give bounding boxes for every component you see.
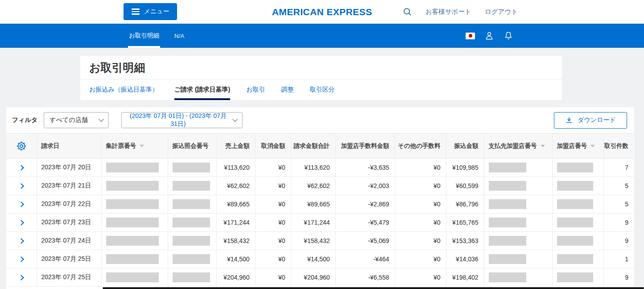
redacted-merchant-number	[557, 236, 593, 246]
redacted-transfer-reference-number	[173, 254, 210, 264]
menu-button-label: メニュー	[144, 8, 169, 16]
tab-bar: お振込み（振込日基準） ご請求 (請求日基準) お取引 調整 取引区分	[80, 79, 562, 100]
cell-sales-amount: ¥62,602	[216, 177, 255, 195]
cell-transaction-count: 9	[603, 232, 634, 250]
col-transaction-count: 取引件数	[603, 134, 634, 159]
cell-sales-amount: ¥14,500	[216, 250, 255, 268]
chevron-right-icon	[18, 165, 24, 171]
page-content: お取引明細 お振込み（振込日基準） ご請求 (請求日基準) お取引 調整 取引区…	[0, 48, 644, 289]
table-row: 2023年 07月 22日 ¥89,665 ¥0 ¥89,665 -¥2,869…	[6, 195, 634, 214]
title-card: お取引明細 お振込み（振込日基準） ご請求 (請求日基準) お取引 調整 取引区…	[80, 56, 562, 100]
cell-sales-amount: ¥204,960	[216, 268, 255, 287]
tab-payments-by-deposit-date[interactable]: お振込み（振込日基準）	[89, 80, 158, 100]
expand-row-button[interactable]	[17, 236, 26, 246]
redacted-payee-merchant-number	[489, 163, 526, 172]
cell-billing-date: 2023年 07月 25日	[37, 250, 101, 268]
redacted-payee-merchant-number	[489, 254, 526, 264]
nav-item-transaction-details[interactable]: お取引明細	[128, 24, 160, 48]
cell-transfer-amount: ¥109,985	[446, 159, 484, 177]
chevron-right-icon	[18, 275, 24, 281]
chevron-right-icon	[18, 238, 24, 244]
tab-label: お取引	[246, 86, 265, 94]
cell-billed-total: ¥14,500	[291, 250, 335, 268]
col-transfer-reference-number: 振込照会番号	[168, 134, 216, 159]
cell-cancel-amount: ¥0	[255, 177, 291, 195]
gear-icon	[16, 141, 27, 151]
logout-link[interactable]: ログアウト	[485, 8, 518, 16]
cell-billing-date: 2023年 07月 23日	[37, 214, 101, 232]
col-cancel-amount: 取消金額	[255, 134, 291, 159]
cell-other-fees: ¥0	[395, 177, 446, 195]
profile-button[interactable]	[484, 31, 494, 41]
cell-other-fees: ¥0	[395, 268, 446, 287]
date-range-dropdown[interactable]: (2023年 07月 01日) - (2023年 07月 31日)	[121, 112, 243, 128]
redacted-payee-merchant-number	[489, 236, 526, 246]
cell-transaction-count: 7	[603, 159, 634, 177]
tab-adjustments[interactable]: 調整	[281, 80, 294, 100]
cell-transfer-amount: ¥14,036	[446, 250, 484, 268]
cell-transaction-count: 9	[603, 214, 634, 232]
notifications-button[interactable]	[504, 31, 513, 41]
col-billing-date: 請求日	[37, 134, 101, 159]
download-button[interactable]: ダウンロード	[554, 112, 627, 129]
cell-cancel-amount: ¥0	[255, 232, 291, 250]
horizontal-scrollbar-thumb[interactable]	[103, 287, 644, 289]
cell-other-fees: ¥0	[395, 214, 446, 232]
col-summary-slip-number[interactable]: 集計票番号	[101, 134, 168, 159]
hamburger-icon	[132, 8, 140, 15]
cell-merchant-fee: -¥2,869	[335, 195, 395, 214]
cell-billed-total: ¥113,620	[291, 159, 335, 177]
filter-label: フィルタ	[12, 116, 37, 124]
cell-transfer-amount: ¥60,599	[446, 177, 484, 195]
redacted-transfer-reference-number	[173, 181, 210, 191]
user-icon	[484, 31, 494, 41]
sort-triangle-icon	[590, 145, 595, 147]
expand-row-button[interactable]	[17, 200, 26, 209]
cell-billed-total: ¥204,960	[291, 268, 335, 287]
expand-row-button[interactable]	[17, 163, 26, 172]
redacted-summary-slip-number	[106, 254, 159, 264]
customer-support-link[interactable]: お客様サポート	[425, 8, 471, 16]
cell-transfer-amount: ¥165,765	[446, 214, 484, 232]
cell-billing-date: 2023年 07月 24日	[37, 232, 101, 250]
expand-row-button[interactable]	[17, 255, 26, 264]
redacted-summary-slip-number	[106, 163, 159, 172]
cell-cancel-amount: ¥0	[255, 195, 291, 214]
expand-row-button[interactable]	[17, 273, 26, 282]
tab-label: 調整	[281, 86, 294, 94]
store-filter-dropdown[interactable]: すべての店舗	[44, 112, 109, 128]
search-icon	[403, 7, 412, 17]
cell-transfer-amount: ¥153,363	[446, 232, 484, 250]
header-right-group: お客様サポート ログアウト	[403, 0, 518, 24]
tab-billing-by-billing-date[interactable]: ご請求 (請求日基準)	[174, 80, 231, 100]
cell-transfer-amount: ¥198,402	[446, 268, 484, 287]
store-filter-value: すべての店舗	[50, 116, 87, 124]
table-header-row: 請求日 集計票番号 振込照会番号 売上金額 取消金額 請求金額合計 加盟店手数料…	[6, 134, 634, 159]
tab-transactions[interactable]: お取引	[246, 80, 265, 100]
redacted-payee-merchant-number	[489, 199, 526, 209]
tab-transaction-category[interactable]: 取引区分	[310, 80, 335, 100]
tab-label: 取引区分	[310, 86, 335, 94]
sort-triangle-icon	[140, 145, 144, 147]
redacted-transfer-reference-number	[173, 199, 210, 209]
menu-button[interactable]: メニュー	[124, 3, 177, 20]
col-payee-merchant-number[interactable]: 支払先加盟店番号	[484, 134, 552, 159]
redacted-payee-merchant-number	[489, 181, 526, 191]
cell-other-fees: ¥0	[395, 250, 446, 268]
cell-billing-date: 2023年 07月 25日	[37, 268, 101, 287]
navbar-right-group	[466, 24, 513, 48]
nav-item-na[interactable]: N/A	[173, 24, 186, 48]
col-merchant-number[interactable]: 加盟店番号	[552, 134, 603, 159]
column-settings-button[interactable]	[6, 141, 37, 151]
cell-transaction-count: 9	[603, 268, 634, 287]
search-button[interactable]	[403, 7, 412, 17]
japan-flag-language-selector[interactable]	[466, 33, 475, 39]
tab-label: お振込み（振込日基準）	[89, 86, 158, 94]
redacted-payee-merchant-number	[489, 272, 526, 282]
redacted-merchant-number	[557, 181, 593, 191]
redacted-summary-slip-number	[106, 272, 159, 282]
expand-row-button[interactable]	[17, 181, 26, 191]
expand-row-button[interactable]	[17, 218, 26, 227]
cell-sales-amount: ¥89,665	[216, 195, 255, 214]
sort-triangle-icon	[541, 145, 545, 147]
